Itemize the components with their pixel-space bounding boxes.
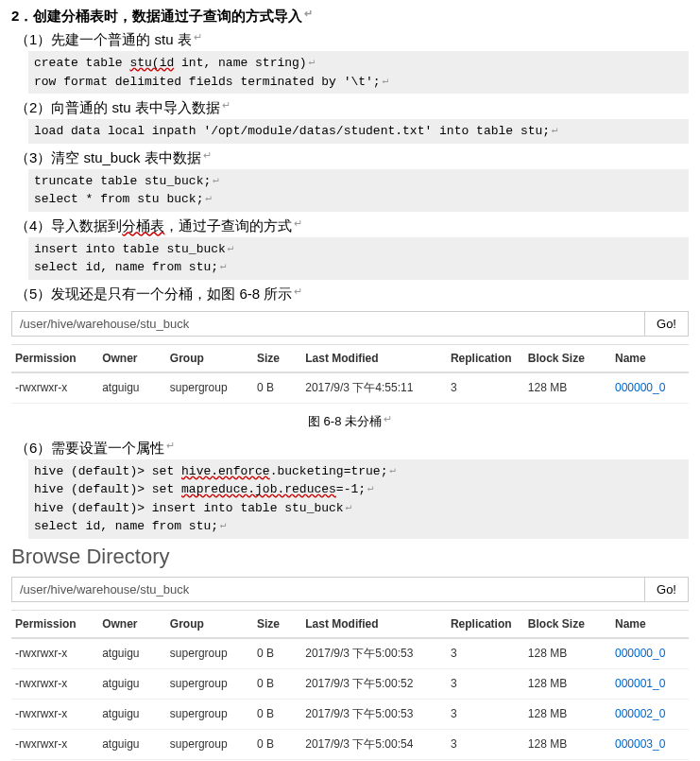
table-row: -rwxrwxr-xatguigusupergroup0 B2017/9/3 下… [11, 699, 689, 729]
cell-owner: atguigu [98, 668, 166, 699]
file-link[interactable]: 000001_0 [615, 677, 665, 690]
cell-mod: 2017/9/3 下午5:00:53 [301, 638, 447, 669]
table-row: -rwxrwxr-xatguigusupergroup0 B2017/9/3 下… [11, 729, 689, 759]
caption-1: 图 6-8 未分桶↵ [11, 413, 689, 430]
cell-perm: -rwxrwxr-x [11, 729, 98, 759]
cell-owner: atguigu [98, 729, 166, 759]
col-size: Size [253, 344, 301, 372]
table-row: -rwxrwxr-xatguigusupergroup0 B2017/9/3 下… [11, 668, 689, 699]
path-bar-2: Go! [11, 577, 689, 602]
step-3: （3）清空 stu_buck 表中数据↵ [11, 149, 689, 167]
file-link[interactable]: 000000_0 [615, 381, 665, 394]
col-owner: Owner [98, 344, 166, 372]
go-button[interactable]: Go! [644, 578, 688, 601]
cell-perm: -rwxrwxr-x [11, 638, 98, 669]
cell-size: 0 B [253, 638, 301, 669]
cell-mod: 2017/9/3 下午5:00:52 [301, 668, 447, 699]
cell-size: 0 B [253, 668, 301, 699]
linebreak-mark: ↵ [304, 8, 313, 19]
cell-mod: 2017/9/3 下午5:00:54 [301, 729, 447, 759]
cell-perm: -rwxrwxr-x [11, 699, 98, 729]
col-last-modified: Last Modified [301, 344, 447, 372]
cell-name: 000002_0 [611, 699, 689, 729]
step-6: （6）需要设置一个属性↵ [11, 440, 689, 458]
cell-mod: 2017/9/3 下午4:55:11 [301, 372, 447, 404]
cell-group: supergroup [166, 668, 253, 699]
step-2: （2）向普通的 stu 表中导入数据↵ [11, 99, 689, 117]
col-block-size: Block Size [524, 344, 611, 372]
cell-rep: 3 [447, 729, 524, 759]
table-row: -rwxrwxr-xatguigusupergroup0 B2017/9/3 下… [11, 638, 689, 669]
table-header: Permission Owner Group Size Last Modifie… [11, 344, 689, 372]
table-header: Permission Owner Group Size Last Modifie… [11, 610, 689, 638]
cell-rep: 3 [447, 372, 524, 404]
file-link[interactable]: 000000_0 [615, 647, 665, 660]
cell-group: supergroup [166, 638, 253, 669]
col-name: Name [611, 344, 689, 372]
col-block-size: Block Size [524, 610, 611, 638]
go-button[interactable]: Go! [644, 312, 688, 336]
col-permission: Permission [11, 344, 98, 372]
path-input[interactable] [12, 312, 644, 336]
cell-size: 0 B [253, 729, 301, 759]
table-row: -rwxrwxr-xatguigusupergroup0 B2017/9/3 下… [11, 372, 689, 404]
code-block-1: create table stu(id int, name string)↵ r… [28, 51, 689, 94]
file-table-1: Permission Owner Group Size Last Modifie… [11, 344, 689, 404]
path-input[interactable] [12, 578, 644, 601]
cell-rep: 3 [447, 668, 524, 699]
col-size: Size [253, 610, 301, 638]
cell-owner: atguigu [98, 372, 166, 404]
browse-directory-heading: Browse Directory [11, 545, 689, 569]
cell-bs: 128 MB [524, 638, 611, 669]
cell-group: supergroup [166, 372, 253, 404]
cell-perm: -rwxrwxr-x [11, 372, 98, 404]
cell-group: supergroup [166, 699, 253, 729]
code-block-2: load data local inpath '/opt/module/data… [28, 119, 689, 144]
cell-group: supergroup [166, 729, 253, 759]
cell-mod: 2017/9/3 下午5:00:53 [301, 699, 447, 729]
file-link[interactable]: 000002_0 [615, 707, 665, 720]
cell-bs: 128 MB [524, 372, 611, 404]
code-block-6: hive (default)> set hive.enforce.bucketi… [28, 459, 689, 539]
file-table-2: Permission Owner Group Size Last Modifie… [11, 610, 689, 760]
col-replication: Replication [447, 610, 524, 638]
code-block-3: truncate table stu_buck;↵ select * from … [28, 169, 689, 212]
cell-owner: atguigu [98, 638, 166, 669]
cell-rep: 3 [447, 638, 524, 669]
col-permission: Permission [11, 610, 98, 638]
col-owner: Owner [98, 610, 166, 638]
col-last-modified: Last Modified [301, 610, 447, 638]
code-block-4: insert into table stu_buck↵ select id, n… [28, 237, 689, 280]
cell-name: 000001_0 [611, 668, 689, 699]
main-heading: 2．创建分桶表时，数据通过子查询的方式导入↵ [11, 8, 689, 26]
cell-bs: 128 MB [524, 699, 611, 729]
cell-rep: 3 [447, 699, 524, 729]
cell-bs: 128 MB [524, 729, 611, 759]
col-group: Group [166, 610, 253, 638]
cell-size: 0 B [253, 372, 301, 404]
step-4: （4）导入数据到分桶表，通过子查询的方式↵ [11, 217, 689, 235]
col-name: Name [611, 610, 689, 638]
step-1: （1）先建一个普通的 stu 表↵ [11, 31, 689, 49]
cell-owner: atguigu [98, 699, 166, 729]
cell-size: 0 B [253, 699, 301, 729]
file-link[interactable]: 000003_0 [615, 737, 665, 751]
col-group: Group [166, 344, 253, 372]
step-5: （5）发现还是只有一个分桶，如图 6-8 所示↵ [11, 285, 689, 303]
cell-name: 000000_0 [611, 372, 689, 404]
col-replication: Replication [447, 344, 524, 372]
cell-name: 000000_0 [611, 638, 689, 669]
cell-perm: -rwxrwxr-x [11, 668, 98, 699]
cell-name: 000003_0 [611, 729, 689, 759]
cell-bs: 128 MB [524, 668, 611, 699]
path-bar-1: Go! [11, 311, 689, 337]
